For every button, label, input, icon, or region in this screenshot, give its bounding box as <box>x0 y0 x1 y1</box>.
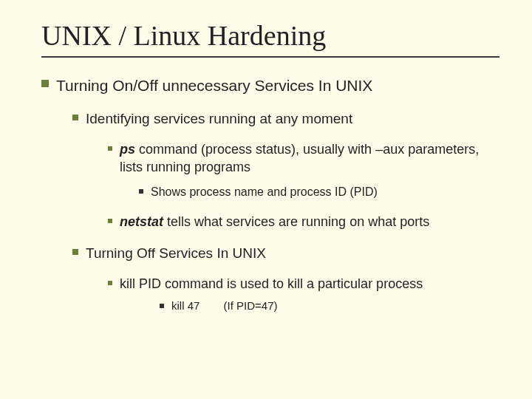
square-bullet-icon <box>139 189 143 194</box>
bullet-level-2: kill PID command is used to kill a parti… <box>108 275 502 293</box>
l2b-rest: tells what services are running on what … <box>163 214 429 229</box>
square-bullet-icon <box>72 249 78 255</box>
bullet-level-4: kill 47 (If PID=47) <box>160 299 502 313</box>
page-title: UNIX / Linux Hardening <box>41 19 502 52</box>
bullet-level-1: Turning Off Services In UNIX <box>72 244 502 263</box>
l1a-text: Identifying services running at any mome… <box>86 109 352 129</box>
square-bullet-icon <box>72 115 78 120</box>
square-bullet-icon <box>160 304 164 308</box>
bullet-level-2: netstat tells what services are running … <box>108 213 502 231</box>
l0-text: Turning On/Off unnecessary Services In U… <box>56 75 372 96</box>
l3a-text: Shows process name and process ID (PID) <box>151 184 378 200</box>
l4a-note: (If PID=47) <box>224 299 278 312</box>
square-bullet-icon <box>108 281 112 285</box>
square-bullet-icon <box>41 80 49 87</box>
ps-command: ps <box>120 142 135 157</box>
square-bullet-icon <box>108 219 112 223</box>
l2b-line: netstat tells what services are running … <box>120 213 429 231</box>
l4a-line: kill 47 (If PID=47) <box>171 299 277 313</box>
bullet-level-1: Identifying services running at any mome… <box>72 109 502 129</box>
bullet-level-0: Turning On/Off unnecessary Services In U… <box>41 75 502 96</box>
title-rule <box>41 56 499 58</box>
bullet-level-2: ps command (process status), usually wit… <box>108 140 502 177</box>
slide: UNIX / Linux Hardening Turning On/Off un… <box>0 0 532 399</box>
l2c-text: kill PID command is used to kill a parti… <box>120 275 423 293</box>
l2a-line: ps command (process status), usually wit… <box>120 140 502 177</box>
l4a-text: kill 47 <box>171 299 200 312</box>
netstat-command: netstat <box>120 214 163 229</box>
bullet-level-3: Shows process name and process ID (PID) <box>139 184 502 200</box>
l2a-rest: command (process status), usually with –… <box>120 142 479 174</box>
square-bullet-icon <box>108 146 112 151</box>
l1b-text: Turning Off Services In UNIX <box>86 244 266 263</box>
